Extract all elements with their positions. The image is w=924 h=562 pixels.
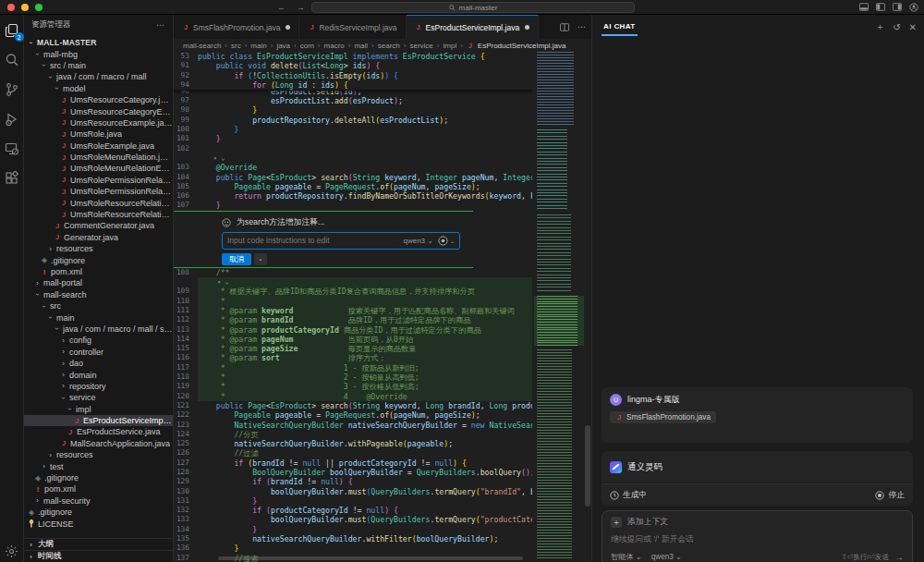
chat-send-icon[interactable]: → bbox=[894, 552, 904, 562]
inline-chat-input[interactable] bbox=[227, 236, 398, 245]
breadcrumb-item[interactable]: macro bbox=[324, 42, 345, 50]
tree-item-mall-master[interactable]: ›MALL-MASTER bbox=[24, 37, 173, 48]
sparkle-icon[interactable]: ✦ ⌄ bbox=[213, 154, 225, 162]
tree-item-esproductservice-java[interactable]: JEsProductService.java bbox=[24, 426, 173, 437]
attached-file-chip[interactable]: J SmsFlashPromotion.java bbox=[610, 411, 716, 423]
tree-item-commentgenerator-java[interactable]: JCommentGenerator.java bbox=[24, 220, 173, 231]
tree-item--gitignore[interactable]: ◈.gitignore bbox=[24, 254, 173, 265]
chat-input-placeholder[interactable]: 继续提问或 '/' 新开会话 bbox=[611, 534, 904, 545]
tree-item-mall-security[interactable]: ›mall-security bbox=[24, 495, 173, 507]
tree-item-resources[interactable]: ›resources bbox=[24, 449, 173, 460]
tree-item-umsresourceexample-java[interactable]: JUmsResourceExample.java bbox=[24, 117, 173, 128]
tree-item-umsroleresourcerelation-java[interactable]: JUmsRoleResourceRelation.java bbox=[24, 197, 173, 208]
tree-item-umsroleresourcerelationexample-java[interactable]: JUmsRoleResourceRelationExample.java bbox=[24, 209, 173, 220]
sparkle-icon[interactable]: ✦ ⌄ bbox=[217, 278, 229, 286]
tree-item-umsrole-java[interactable]: JUmsRole.java bbox=[24, 128, 173, 140]
stop-button[interactable]: 停止 bbox=[875, 490, 905, 501]
dirty-dot-icon[interactable] bbox=[525, 25, 529, 30]
breadcrumb-item[interactable]: src bbox=[231, 42, 241, 50]
new-chat-icon[interactable]: ＋ bbox=[875, 20, 884, 33]
ai-chat-tab[interactable]: AI CHAT bbox=[602, 18, 638, 36]
codelens-sparkle-row[interactable]: ✦ ⌄ bbox=[174, 153, 532, 163]
maximize-window-button[interactable] bbox=[35, 4, 43, 11]
tree-item-dao[interactable]: ›dao bbox=[24, 358, 173, 369]
tree-item-mall-portal[interactable]: ›mall-portal bbox=[24, 277, 173, 288]
breadcrumb-item[interactable]: main bbox=[250, 42, 266, 50]
chat-input-box[interactable]: ＋ 添加上下文 继续提问或 '/' 新开会话 智能体 ⌄ qwen3 ⌄ ⇧⏎换… bbox=[602, 510, 913, 562]
tree-item-domain[interactable]: ›domain bbox=[24, 369, 173, 380]
tree-item-generator-java[interactable]: JGenerator.java bbox=[24, 232, 173, 243]
send-button[interactable]: ⌄ bbox=[438, 236, 455, 246]
close-panel-icon[interactable]: ✕ bbox=[909, 22, 917, 32]
tree-item-mall-search[interactable]: ›mall-search bbox=[24, 289, 173, 300]
agent-select[interactable]: 智能体 ⌄ bbox=[611, 552, 642, 562]
breadcrumb[interactable]: mall-search›src›main›java›com›macro›mall… bbox=[174, 39, 591, 52]
breadcrumb-item[interactable]: mall bbox=[354, 42, 368, 50]
sidebar-section-时间线[interactable]: ›时间线 bbox=[24, 550, 173, 562]
model-select[interactable]: qwen3 ⌄ bbox=[651, 552, 682, 562]
tree-item-java-com-macro-mall[interactable]: ›java / com / macro / mall bbox=[24, 71, 173, 82]
dirty-dot-icon[interactable] bbox=[286, 25, 290, 30]
account-icon[interactable] bbox=[909, 3, 918, 12]
cancel-button[interactable]: 取消 bbox=[222, 253, 251, 265]
tree-item-umsresourcecategoryexample-java[interactable]: JUmsResourceCategoryExample.java bbox=[24, 105, 173, 116]
codelens-sparkle-row[interactable]: ✦ ⌄ bbox=[174, 277, 532, 287]
vertical-scrollbar[interactable] bbox=[584, 52, 591, 555]
back-arrow-icon[interactable]: ← bbox=[277, 3, 286, 12]
editor-more-actions-icon[interactable]: ⋯ bbox=[578, 22, 586, 31]
tree-item-src[interactable]: ›src bbox=[24, 300, 173, 312]
tree-item-controller[interactable]: ›controller bbox=[24, 347, 173, 358]
explorer-more-actions-icon[interactable]: ⋯ bbox=[156, 20, 165, 30]
extensions-icon[interactable] bbox=[5, 170, 19, 187]
editor-tab-redisserviceimpl-java[interactable]: JRedisServiceImpl.java bbox=[299, 15, 406, 39]
tree-item-pom-xml[interactable]: !pom.xml bbox=[24, 266, 173, 277]
add-context-button[interactable]: ＋ 添加上下文 bbox=[611, 517, 904, 528]
tree-item--gitignore[interactable]: ◈.gitignore bbox=[24, 472, 173, 483]
tree-item-repository[interactable]: ›repository bbox=[24, 381, 173, 392]
tree-item-pom-xml[interactable]: !pom.xml bbox=[24, 483, 173, 495]
tree-item-java-com-macro-mall-search[interactable]: ›java / com / macro / mall / search bbox=[24, 324, 173, 335]
run-debug-icon[interactable] bbox=[5, 111, 19, 128]
toggle-panel-icon[interactable] bbox=[859, 3, 869, 11]
breadcrumb-item[interactable]: mall-search bbox=[183, 42, 221, 50]
toggle-primary-sidebar-icon[interactable] bbox=[876, 3, 885, 11]
close-window-button[interactable] bbox=[7, 4, 15, 11]
minimap[interactable] bbox=[534, 52, 584, 555]
tree-item--gitignore[interactable]: ◈.gitignore bbox=[24, 507, 173, 518]
tree-item-license[interactable]: LICENSE bbox=[24, 518, 173, 529]
remote-explorer-icon[interactable] bbox=[5, 140, 19, 157]
tree-item-umsrolepermissionrelation-java[interactable]: JUmsRolePermissionRelation.java bbox=[24, 175, 173, 186]
source-control-icon[interactable] bbox=[5, 81, 19, 98]
tree-item-mallsearchapplication-java[interactable]: JMallSearchApplication.java bbox=[24, 438, 173, 449]
tree-item-model[interactable]: ›model bbox=[24, 83, 173, 94]
tree-item-umsresourcecategory-java[interactable]: JUmsResourceCategory.java bbox=[24, 94, 173, 105]
tree-item-impl[interactable]: ›impl bbox=[24, 404, 173, 415]
tree-item-umsrolepermissionrelationexample-java[interactable]: JUmsRolePermissionRelationExample.java bbox=[24, 186, 173, 197]
tree-item-resources[interactable]: ›resources bbox=[24, 243, 173, 254]
breadcrumb-item[interactable]: com bbox=[300, 42, 314, 50]
tree-item-config[interactable]: ›config bbox=[24, 335, 173, 346]
minimize-window-button[interactable] bbox=[21, 4, 29, 11]
settings-gear-icon[interactable] bbox=[0, 544, 23, 558]
search-view-icon[interactable] bbox=[5, 52, 19, 68]
horizontal-scrollbar[interactable] bbox=[201, 556, 532, 561]
tree-item-umsrolemenurelation-java[interactable]: JUmsRoleMenuRelation.java bbox=[24, 152, 173, 163]
toggle-secondary-sidebar-icon[interactable] bbox=[893, 3, 902, 11]
tree-item-main[interactable]: ›main bbox=[24, 312, 173, 323]
breadcrumb-item[interactable]: search bbox=[378, 42, 400, 50]
forward-arrow-icon[interactable]: → bbox=[297, 3, 305, 12]
breadcrumb-item[interactable]: service bbox=[409, 42, 432, 50]
editor-tab-smsflashpromotion-java[interactable]: JSmsFlashPromotion.java bbox=[174, 15, 299, 39]
split-editor-icon[interactable] bbox=[560, 23, 569, 31]
breadcrumb-item[interactable]: java bbox=[276, 42, 290, 50]
breadcrumb-item[interactable]: impl bbox=[443, 42, 456, 50]
tree-item-test[interactable]: ›test bbox=[24, 460, 173, 471]
tree-item-esproductserviceimpl-java[interactable]: JEsProductServiceImpl.java bbox=[24, 415, 173, 426]
tree-item-umsrolemenurelationexample-java[interactable]: JUmsRoleMenuRelationExample.java bbox=[24, 163, 173, 174]
explorer-icon[interactable]: 2 bbox=[5, 22, 19, 39]
breadcrumb-item[interactable]: EsProductServiceImpl.java bbox=[478, 42, 566, 50]
cancel-dropdown-button[interactable]: ⌄ bbox=[254, 253, 267, 265]
tree-item-umsroleexample-java[interactable]: JUmsRoleExample.java bbox=[24, 140, 173, 152]
sidebar-section-大纲[interactable]: ›大纲 bbox=[24, 538, 173, 550]
tree-item-src-main[interactable]: ›src / main bbox=[24, 60, 173, 71]
